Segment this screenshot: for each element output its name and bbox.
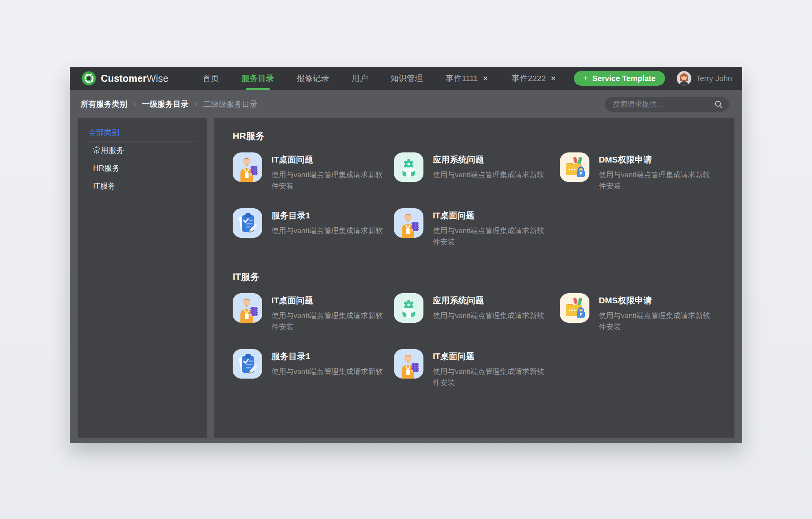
breadcrumb-item-2: 二级级服务目录: [203, 99, 257, 109]
breadcrumb-item-1[interactable]: 一级服务目录: [142, 99, 188, 109]
service-card[interactable]: DMS权限申请 使用与vanti端点管理集成请求新软件安装: [560, 293, 716, 333]
service-card-title: IT桌面问题: [433, 210, 550, 221]
service-card-title: 服务目录1: [271, 210, 389, 221]
top-navbar: CustomerWise 首页服务目录报修记录用户知识管理事件1111✕事件22…: [70, 67, 742, 90]
service-card-title: IT桌面问题: [271, 154, 389, 166]
service-card-title: 应用系统问题: [433, 154, 550, 166]
service-card-description: 使用与vanti端点管理集成请求新软: [433, 169, 550, 180]
brand-logo[interactable]: CustomerWise: [81, 71, 169, 86]
tab-close-icon[interactable]: ✕: [482, 74, 489, 83]
nav-tab-3[interactable]: 用户: [352, 67, 368, 90]
clipboard-check-icon: [233, 208, 262, 238]
nav-tab-6[interactable]: 事件2222✕: [511, 67, 557, 90]
nav-tab-5[interactable]: 事件1111✕: [446, 67, 489, 90]
service-card-description: 使用与vanti端点管理集成请求新软件安装: [271, 310, 389, 333]
service-card-title: 服务目录1: [271, 351, 389, 362]
service-card[interactable]: IT桌面问题 使用与vanti端点管理集成请求新软件安装: [233, 293, 394, 333]
service-card-description: 使用与vanti端点管理集成请求新软: [271, 225, 389, 236]
search-box: [605, 97, 729, 112]
person-chip-icon: [233, 293, 262, 323]
clipboard-check-icon: [233, 349, 262, 379]
brand-name: CustomerWise: [101, 73, 169, 84]
breadcrumb-bar: 所有服务类别›一级服务目录›二级级服务目录: [70, 90, 742, 118]
service-section-0: HR服务 IT桌面问题 使用与vanti端点管理集成请求新软件安装: [233, 130, 716, 248]
service-card-description: 使用与vanti端点管理集成请求新软件安装: [433, 225, 550, 248]
service-card[interactable]: IT桌面问题 使用与vanti端点管理集成请求新软件安装: [394, 349, 560, 389]
app-window: CustomerWise 首页服务目录报修记录用户知识管理事件1111✕事件22…: [70, 67, 742, 443]
service-template-button[interactable]: + Service Template: [574, 71, 665, 86]
avatar: [677, 71, 691, 86]
person-chip-icon: [394, 349, 423, 379]
gear-database-icon: [394, 293, 423, 323]
plus-icon: +: [583, 73, 589, 83]
service-card-title: DMS权限申请: [599, 295, 716, 306]
search-icon[interactable]: [714, 100, 723, 109]
person-chip-icon: [233, 152, 262, 182]
service-catalog-main: HR服务 IT桌面问题 使用与vanti端点管理集成请求新软件安装: [214, 118, 734, 438]
nav-tab-4[interactable]: 知识管理: [390, 67, 423, 90]
nav-right: + Service Template Terry John: [574, 71, 732, 86]
service-card[interactable]: DMS权限申请 使用与vanti端点管理集成请求新软件安装: [560, 152, 716, 192]
gear-database-icon: [394, 152, 423, 182]
person-chip-icon: [394, 208, 423, 238]
search-input[interactable]: [613, 100, 714, 109]
sidebar-item-2[interactable]: HR服务: [88, 159, 196, 177]
recycle-arrows-icon: [81, 71, 96, 86]
service-section-1: IT服务 IT桌面问题 使用与vanti端点管理集成请求新软件安装: [233, 262, 716, 389]
sidebar-item-1[interactable]: 常用服务: [88, 142, 196, 159]
active-tab-underline: [246, 88, 270, 90]
service-card-description: 使用与vanti端点管理集成请求新软件安装: [433, 366, 550, 389]
nav-tabs: 首页服务目录报修记录用户知识管理事件1111✕事件2222✕: [203, 67, 557, 90]
nav-tab-0[interactable]: 首页: [203, 67, 219, 90]
section-title: HR服务: [233, 130, 716, 142]
folder-lock-icon: [560, 293, 589, 323]
category-sidebar: 全部类别常用服务HR服务IT服务: [78, 118, 207, 438]
tab-close-icon[interactable]: ✕: [550, 74, 557, 83]
user-name: Terry John: [696, 74, 732, 83]
service-card-title: IT桌面问题: [271, 295, 389, 306]
nav-tab-1[interactable]: 服务目录: [242, 67, 274, 90]
service-card[interactable]: 应用系统问题 使用与vanti端点管理集成请求新软: [394, 293, 560, 323]
sidebar-item-3[interactable]: IT服务: [88, 177, 196, 195]
service-card-description: 使用与vanti端点管理集成请求新软件安装: [599, 310, 716, 333]
service-card-title: IT桌面问题: [433, 351, 550, 362]
folder-lock-icon: [560, 152, 589, 182]
service-card[interactable]: 应用系统问题 使用与vanti端点管理集成请求新软: [394, 152, 560, 182]
breadcrumb-separator-icon: ›: [195, 100, 197, 108]
service-card[interactable]: 服务目录1 使用与vanti端点管理集成请求新软: [233, 208, 394, 238]
sidebar-item-0[interactable]: 全部类别: [88, 124, 196, 142]
breadcrumb: 所有服务类别›一级服务目录›二级级服务目录: [81, 99, 257, 109]
breadcrumb-item-0[interactable]: 所有服务类别: [81, 99, 127, 109]
breadcrumb-separator-icon: ›: [133, 100, 136, 108]
service-card[interactable]: IT桌面问题 使用与vanti端点管理集成请求新软件安装: [233, 152, 394, 192]
nav-tab-2[interactable]: 报修记录: [297, 67, 329, 90]
service-card-title: 应用系统问题: [433, 295, 550, 306]
card-grid: IT桌面问题 使用与vanti端点管理集成请求新软件安装 应用系统问题 使用与v…: [233, 152, 716, 248]
service-card-title: DMS权限申请: [599, 154, 716, 166]
user-menu[interactable]: Terry John: [677, 71, 732, 86]
service-card-description: 使用与vanti端点管理集成请求新软件安装: [271, 169, 389, 192]
section-title: IT服务: [233, 271, 716, 283]
card-grid: IT桌面问题 使用与vanti端点管理集成请求新软件安装 应用系统问题 使用与v…: [233, 293, 716, 389]
service-card-description: 使用与vanti端点管理集成请求新软件安装: [599, 169, 716, 192]
service-card-description: 使用与vanti端点管理集成请求新软: [271, 366, 389, 377]
service-card[interactable]: 服务目录1 使用与vanti端点管理集成请求新软: [233, 349, 394, 379]
content-area: 全部类别常用服务HR服务IT服务 HR服务 IT桌面问题 使用与vanti端点管…: [70, 118, 742, 443]
service-card[interactable]: IT桌面问题 使用与vanti端点管理集成请求新软件安装: [394, 208, 560, 248]
service-card-description: 使用与vanti端点管理集成请求新软: [433, 310, 550, 321]
